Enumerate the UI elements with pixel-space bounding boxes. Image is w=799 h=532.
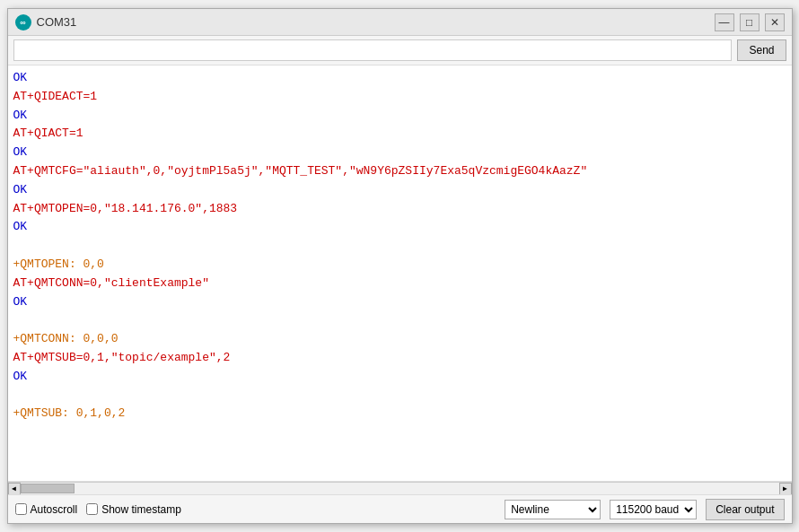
output-line: AT+QIDEACT=1 — [13, 90, 98, 103]
logo-text: ∞ — [20, 18, 25, 27]
output-line: OK — [13, 145, 28, 159]
autoscroll-checkbox[interactable] — [15, 503, 27, 515]
command-input[interactable] — [13, 39, 733, 61]
newline-dropdown[interactable]: No line endingNewlineCarriage returnBoth… — [505, 500, 601, 519]
output-area[interactable]: OK AT+QIDEACT=1 OK AT+QIACT=1 OK AT+QMTC… — [8, 65, 792, 482]
output-line: OK — [13, 370, 28, 383]
timestamp-label[interactable]: Show timestamp — [101, 503, 181, 516]
maximize-button[interactable]: □ — [740, 13, 759, 31]
baud-dropdown[interactable]: 300 baud1200 baud2400 baud4800 baud9600 … — [610, 500, 697, 519]
clear-output-button[interactable]: Clear output — [706, 499, 784, 520]
output-line: +QMTOPEN: 0,0 — [13, 257, 104, 271]
scroll-left-arrow[interactable]: ◀ — [8, 483, 21, 495]
output-line: AT+QMTOPEN=0,"18.141.176.0",1883 — [13, 202, 238, 215]
output-line: OK — [13, 109, 28, 122]
scroll-thumb[interactable] — [21, 484, 75, 493]
arduino-logo: ∞ — [15, 14, 31, 31]
output-line: +QMTCONN: 0,0,0 — [13, 332, 119, 345]
output-line: AT+QMTCONN=0,"clientExample" — [13, 276, 209, 290]
horizontal-scrollbar[interactable]: ◀ ▶ — [8, 482, 792, 494]
output-line: OK — [13, 295, 28, 309]
toolbar: Send — [8, 36, 792, 65]
output-line: OK — [13, 71, 28, 84]
output-line: OK — [13, 220, 28, 233]
scroll-right-arrow[interactable]: ▶ — [779, 483, 792, 495]
timestamp-group: Show timestamp — [86, 503, 181, 516]
main-window: ∞ COM31 — □ ✕ Send OK AT+QIDEACT=1 OK AT… — [7, 8, 793, 524]
minimize-button[interactable]: — — [715, 13, 734, 31]
output-line: AT+QMTSUB=0,1,"topic/example",2 — [13, 351, 231, 364]
window-title: COM31 — [37, 15, 77, 29]
scroll-track — [21, 483, 779, 494]
output-line: AT+QIACT=1 — [13, 126, 83, 140]
status-bar: Autoscroll Show timestamp No line ending… — [8, 494, 792, 523]
title-bar-controls: — □ ✕ — [715, 13, 785, 31]
output-line: +QMTSUB: 0,1,0,2 — [13, 406, 126, 420]
title-bar: ∞ COM31 — □ ✕ — [8, 9, 792, 36]
close-button[interactable]: ✕ — [765, 13, 785, 31]
title-bar-left: ∞ COM31 — [15, 14, 77, 31]
send-button[interactable]: Send — [737, 39, 786, 61]
autoscroll-group: Autoscroll — [15, 503, 78, 516]
autoscroll-label[interactable]: Autoscroll — [31, 503, 78, 516]
output-line: OK — [13, 183, 28, 196]
timestamp-checkbox[interactable] — [86, 503, 98, 515]
output-line: AT+QMTCFG="aliauth",0,"oyjtmPl5a5j","MQT… — [13, 164, 588, 178]
